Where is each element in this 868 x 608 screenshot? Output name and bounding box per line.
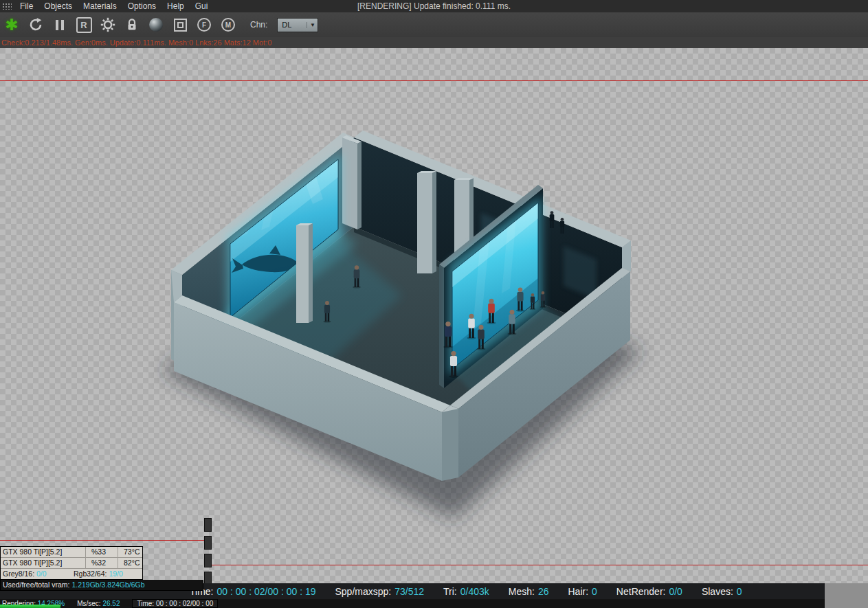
- reset-button[interactable]: R: [75, 15, 93, 34]
- gpu-name: GTX 980 Ti[P][5.2]: [1, 558, 86, 568]
- menu-options[interactable]: Options: [122, 1, 162, 11]
- vram-usage-row: Used/free/total vram: 1.219Gb/3.824Gb/6G…: [0, 580, 203, 591]
- material-sphere-icon: [149, 18, 163, 32]
- render-region-line-top: [0, 80, 868, 81]
- region-render-button[interactable]: [171, 15, 189, 34]
- buffer-stats-row: Grey8/16: 0/0 Rgb32/64: 19/0: [1, 569, 142, 579]
- rgb-buffer-label: Rgb32/64:: [74, 570, 107, 578]
- pause-icon: [56, 20, 64, 30]
- reset-icon: R: [76, 17, 92, 33]
- menu-objects[interactable]: Objects: [38, 1, 78, 11]
- grip-icon[interactable]: [2, 3, 12, 10]
- panel-resize-handles[interactable]: [204, 518, 212, 589]
- rgb-buffer-value: 19/0: [109, 570, 122, 578]
- render-region-line-left: [0, 540, 204, 541]
- pick-material-button[interactable]: M: [219, 15, 237, 34]
- gpu-load: %32: [86, 558, 118, 568]
- gpu-row: GTX 980 Ti[P][5.2] %33 73°C: [1, 547, 142, 558]
- vram-label: Used/free/total vram:: [3, 581, 69, 589]
- render-region-line-right: [212, 565, 868, 565]
- menu-file[interactable]: File: [14, 1, 38, 11]
- region-render-icon: [174, 19, 187, 32]
- gpu-temp: 82°C: [118, 558, 142, 568]
- statusbar-corner: [825, 583, 868, 608]
- toolbar: ✱ R: [0, 12, 868, 38]
- menu-materials[interactable]: Materials: [78, 1, 122, 11]
- render-progress-bar: [0, 605, 60, 608]
- gpu-row: GTX 980 Ti[P][5.2] %32 82°C: [1, 558, 142, 569]
- render-start-button[interactable]: ✱: [3, 15, 21, 34]
- channel-value: DL: [278, 21, 307, 29]
- channel-dropdown[interactable]: DL ▼: [277, 18, 318, 32]
- gpu-name: GTX 980 Ti[P][5.2]: [1, 547, 86, 557]
- menu-help[interactable]: Help: [162, 1, 190, 11]
- progress-status-bar: Rendering: 14.258% Ms/sec: 26.52 Time: 0…: [0, 599, 825, 608]
- menu-gui[interactable]: Gui: [190, 1, 214, 11]
- time-stat: Time:00 : 00 : 02/00 : 00 : 19: [190, 586, 315, 597]
- grey-buffer-value: 0/0: [36, 570, 47, 578]
- gpu-temp: 73°C: [118, 547, 142, 557]
- lock-button[interactable]: [123, 15, 141, 34]
- elapsed-time: Time: 00 : 00 : 02/00 : 00: [132, 599, 218, 608]
- hair-stat: Hair:0: [568, 586, 597, 597]
- menu-bar: File Objects Materials Options Help Gui …: [0, 0, 868, 12]
- gpu-load: %33: [86, 547, 118, 557]
- lock-icon: [125, 18, 139, 32]
- slaves-stat: Slaves:0: [702, 586, 742, 597]
- settings-button[interactable]: [99, 15, 117, 34]
- restart-icon: [28, 17, 43, 32]
- channel-label: Chn:: [250, 20, 267, 30]
- gpu-stats-panel: GTX 980 Ti[P][5.2] %33 73°C GTX 980 Ti[P…: [0, 546, 203, 591]
- render-application-window: File Objects Materials Options Help Gui …: [0, 0, 868, 608]
- mesh-stat: Mesh:26: [509, 586, 549, 597]
- render-start-icon: ✱: [5, 17, 18, 33]
- netrender-stat: NetRender:0/0: [616, 586, 682, 597]
- pick-focus-button[interactable]: F: [195, 15, 213, 34]
- material-sphere-button[interactable]: [147, 15, 165, 34]
- grey-buffer-label: Grey8/16:: [3, 570, 34, 578]
- pick-focus-icon: F: [197, 18, 211, 32]
- render-viewport[interactable]: [0, 48, 868, 608]
- profiler-stats-text: Check:0.213/1.48ms. Gen:0ms. Update:0.11…: [0, 37, 868, 48]
- tri-stat: Tri:0/403k: [443, 586, 489, 597]
- ms-per-sec: Ms/sec: 26.52: [77, 600, 120, 607]
- vram-value: 1.219Gb/3.824Gb/6Gb: [71, 581, 144, 589]
- spp-stat: Spp/maxspp:73/512: [335, 586, 424, 597]
- pause-render-button[interactable]: [51, 15, 69, 34]
- pick-material-icon: M: [221, 18, 235, 32]
- gear-icon: [100, 17, 115, 32]
- restart-render-button[interactable]: [27, 15, 45, 34]
- chevron-down-icon: ▼: [307, 22, 318, 28]
